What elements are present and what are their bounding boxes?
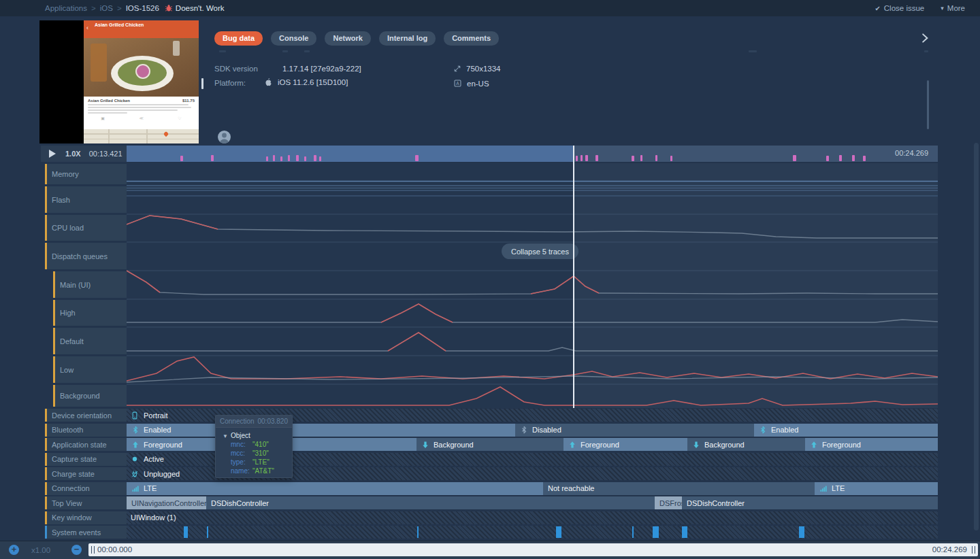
timeline-tick	[595, 155, 598, 161]
panel-resize-handle[interactable]	[201, 78, 203, 89]
breadcrumb-issue-id[interactable]: IOS-1526	[126, 4, 159, 12]
state-segment-foreground[interactable]: Foreground	[564, 438, 687, 451]
timeline-range-scrollbar[interactable]: 00:00.000 00:24.269	[88, 543, 978, 556]
state-segment-enabled[interactable]: Enabled	[127, 424, 515, 437]
system-event-tick[interactable]	[653, 526, 659, 538]
trace-main-grey	[127, 271, 938, 294]
tab-bug-data[interactable]: Bug data	[214, 31, 263, 46]
trace-row-label-default[interactable]: Default	[55, 328, 127, 354]
zoom-out-button[interactable]: −	[71, 545, 82, 555]
state-segment-not-reachable[interactable]: Not reachable	[543, 482, 815, 495]
avatar	[218, 131, 231, 143]
next-occurrence-chevron[interactable]	[919, 32, 931, 44]
tooltip-field: type:"LTE"	[216, 458, 292, 467]
tooltip-field: name:"AT&T"	[216, 467, 292, 476]
trace-row-label-main-ui-[interactable]: Main (UI)	[55, 271, 127, 298]
timeline-tick	[632, 156, 634, 161]
system-event-tick[interactable]	[184, 526, 188, 538]
dish-photo	[84, 38, 199, 97]
breadcrumb-separator: >	[117, 4, 122, 12]
screenshot-app-header: ‹ Asian Grilled Chicken	[84, 20, 199, 38]
trace-row-label-background[interactable]: Background	[55, 385, 127, 407]
zoom-level: x1.00	[31, 546, 50, 554]
timeline-tick	[304, 156, 306, 161]
tab-console[interactable]: Console	[271, 31, 316, 46]
trace-row-label-high[interactable]: High	[55, 300, 127, 326]
tooltip-fields: mnc:"410"mcc:"310"type:"LTE"name:"AT&T"	[216, 441, 292, 476]
system-event-tick[interactable]	[556, 526, 561, 538]
platform-label: Platform:	[214, 79, 246, 87]
state-segment-dsdishcontroller[interactable]: DSDishController	[682, 496, 938, 509]
range-left-handle[interactable]	[91, 546, 95, 554]
playback-speed[interactable]: 1.0X	[65, 150, 81, 158]
map-preview	[84, 129, 199, 143]
page-scrollbar[interactable]	[974, 143, 979, 530]
system-event-tick[interactable]	[207, 526, 208, 538]
timeline-seekbar[interactable]: 00:24.269	[127, 146, 938, 162]
state-segment-dsdishcontroller[interactable]: DSDishController	[206, 496, 655, 509]
trace-row-label-dispatch-queues[interactable]: Dispatch queues	[47, 243, 127, 269]
state-segment-background[interactable]: Background	[416, 438, 564, 451]
info-panel-scrollbar[interactable]	[927, 80, 929, 129]
timeline-tick	[273, 155, 275, 161]
state-segment-lte[interactable]: LTE	[815, 482, 938, 495]
sdk-version-value: 1.17.14 [27e92a9-222]	[282, 65, 361, 73]
tab-network[interactable]: Network	[325, 31, 370, 46]
zoom-in-button[interactable]: +	[9, 545, 19, 555]
breadcrumb-ios[interactable]: iOS	[100, 4, 113, 12]
state-segment-dsfros[interactable]: DSFros	[655, 496, 682, 509]
trace-main-red-left	[127, 271, 160, 292]
timeline-tick	[826, 156, 829, 161]
range-right-handle[interactable]	[972, 546, 975, 554]
timeline-tick	[314, 155, 316, 161]
screenshot-header-title: Asian Grilled Chicken	[95, 22, 196, 28]
tooltip-field: mcc:"310"	[216, 450, 292, 458]
player-bar: 1.0X 00:13.421 00:24.269	[41, 146, 938, 162]
clipped-row-fragment	[304, 50, 310, 52]
tab-comments[interactable]: Comments	[444, 31, 499, 46]
breadcrumb-separator: >	[91, 4, 96, 12]
trace-main-red-spike	[531, 276, 599, 294]
trace-row-label-low[interactable]: Low	[55, 356, 127, 383]
state-row-label-connection: Connection	[47, 482, 127, 495]
trace-default-red	[388, 333, 446, 351]
state-segment-uinavigationcontroller[interactable]: UINavigationController	[127, 496, 206, 509]
system-event-tick[interactable]	[632, 526, 634, 538]
state-row-track: UIWindow (1)	[127, 511, 938, 524]
more-button[interactable]: ▾ More	[941, 4, 965, 12]
play-button[interactable]	[49, 150, 56, 158]
system-event-tick[interactable]	[799, 526, 804, 538]
state-value-unplugged: Unplugged	[131, 467, 180, 480]
total-duration: 00:24.269	[895, 149, 928, 157]
collapse-traces-button[interactable]: Collapse 5 traces	[502, 243, 578, 259]
tab-internal-log[interactable]: Internal log	[379, 31, 436, 46]
system-event-tick[interactable]	[417, 526, 419, 538]
playhead-line[interactable]	[573, 146, 574, 408]
state-segment-background[interactable]: Background	[687, 438, 805, 451]
clipped-row-fragment	[282, 50, 288, 52]
state-segment-foreground[interactable]: Foreground	[805, 438, 938, 451]
platform-value: iOS 11.2.6 [15D100]	[264, 78, 348, 86]
trace-row-label-cpu-load[interactable]: CPU load	[47, 215, 127, 241]
state-row-label-top-view: Top View	[47, 496, 127, 509]
timeline-tick	[581, 155, 583, 161]
map-pin-icon	[163, 131, 169, 137]
state-segment-lte[interactable]: LTE	[127, 482, 543, 495]
timeline-tick	[655, 155, 657, 161]
state-segment-enabled[interactable]: Enabled	[754, 424, 938, 437]
breadcrumb-applications[interactable]: Applications	[45, 4, 87, 12]
resolution-value: 750x1334	[453, 65, 501, 73]
bug-icon	[165, 4, 173, 12]
svg-text:A: A	[456, 81, 459, 86]
trace-row-label-memory[interactable]: Memory	[47, 164, 127, 184]
clipped-row-fragment	[924, 50, 928, 52]
state-value-uiwindow-1-: UIWindow (1)	[131, 511, 176, 524]
system-event-tick[interactable]	[682, 526, 687, 538]
session-screenshot-thumbnail[interactable]: ‹ Asian Grilled Chicken Asian Grilled Ch…	[39, 20, 199, 143]
caret-down-icon: ▼	[223, 433, 228, 439]
app-screenshot: ‹ Asian Grilled Chicken Asian Grilled Ch…	[84, 20, 199, 143]
close-issue-button[interactable]: ✔ Close issue	[875, 4, 924, 12]
trace-row-label-flash[interactable]: Flash	[47, 186, 127, 213]
timeline-tick	[793, 155, 796, 161]
state-segment-disabled[interactable]: Disabled	[515, 424, 754, 437]
